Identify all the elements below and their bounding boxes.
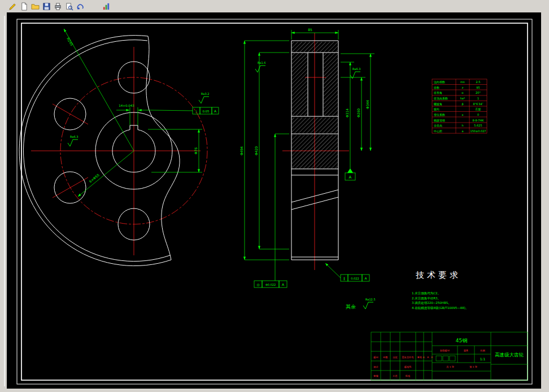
tech-req-item: 2.未注圆角半径R3。 [412,297,441,300]
drawing-canvas[interactable]: R245 14+0.043 ⊥ 0.05 A Φ76 [7,12,541,389]
param-cell: 8°6′34″ [473,102,483,106]
param-cell: 95 [476,86,480,89]
param-cell: 变位系数 [434,113,445,117]
save-icon[interactable] [41,1,52,12]
param-cell: 齿数 [434,86,439,89]
role-label: 审核 [373,374,378,377]
rev-header: 年、月、日 [423,356,433,359]
cad-drawing: R245 14+0.043 ⊥ 0.05 A Φ76 [7,12,541,389]
undo-icon[interactable] [75,1,86,12]
datum-label: A [349,175,352,180]
tolerance-value: Φ0.022 [265,283,276,286]
scale-value: 1:1 [480,357,486,361]
role-label: 设计 [373,365,378,368]
param-cell: 5.625 [474,124,482,127]
param-cell: 150±0.027 [470,129,486,133]
param-cell: 2.5 [476,80,481,84]
param-cell: 8-8-7HK [472,119,484,122]
roughness-label: Ra1.6 [258,61,265,64]
dim-label: Φ314 [345,108,349,117]
dim-label: Φ344 [365,100,369,109]
tolerance-value: 0.05 [202,110,210,113]
param-cell: a [461,129,463,133]
tech-req-item: 4.齿轮精度等级8级(GB/T10095—88)。 [412,306,468,310]
param-cell: 20° [476,91,481,94]
tolerance-symbol: ∥ [343,276,345,281]
param-cell: ha* [460,97,465,100]
tolerance-symbol: ◎ [256,282,259,286]
panel-edge [4,16,5,386]
param-cell: 全齿高 [434,124,442,127]
dim-label: Φ260 [356,108,360,117]
rev-header: 处数 [383,356,388,359]
roughness-label: Ra6.3 [352,67,360,71]
param-cell: 左旋 [476,107,481,111]
roughness-label: Ra6.3 [70,135,78,138]
param-cell: 齿顶高系数 [434,97,448,100]
param-cell: mn [460,80,465,84]
draw-icon[interactable] [7,1,18,12]
sheet-no: 第 1 张 [469,365,478,368]
other-roughness-value: Ra12.5 [365,298,376,301]
dim-label: Φ420 [254,146,258,155]
tech-req-item: 3.调质处理220~250HBS。 [412,301,451,305]
param-cell: 螺旋角 [434,102,442,106]
param-cell: 精度等级 [434,119,445,123]
param-cell: 齿形角 [434,91,442,94]
rev-header: 签名 [417,356,422,359]
rev-header: 更改文件号 [402,356,415,359]
dim-label: 14+0.043 [119,104,134,107]
material-value: 45钢 [456,338,467,343]
dim-label: Φ494 [239,146,243,155]
part-name: 高速级大齿轮 [495,352,524,358]
roughness-label: Ra3.2 [201,92,209,95]
preview-icon[interactable] [64,1,75,12]
param-cell: 旋向 [433,107,439,111]
tolerance-symbol: ⊥ [195,109,198,113]
tolerance-value: 0.022 [351,277,359,280]
param-cell: 0 [477,113,479,116]
dim-label: Φ76 [194,147,198,155]
open-folder-icon[interactable] [30,1,41,12]
rev-header: 分区 [393,356,398,359]
plot-icon[interactable] [101,1,112,12]
param-cell: 1 [477,97,479,100]
weight-label: 重量 [464,349,468,352]
param-cell: z [462,86,464,89]
param-cell: β [461,102,463,106]
param-cell: h [461,124,463,127]
role-label: 工艺 [392,374,398,377]
toolbar [0,0,549,12]
new-file-icon[interactable] [19,1,29,12]
sheet-total: 共 1 张 [446,365,455,368]
param-cell: 法向模数 [434,80,445,84]
param-cell: x [462,113,464,116]
tech-req-title: 技术要求 [416,270,461,280]
tech-req-item: 1.未注倒角均为C2。 [412,291,441,295]
param-cell: 中心距 [434,129,442,133]
other-roughness-label: 其余 [346,304,356,310]
dim-label: 85 [308,28,312,32]
role-label: 批准 [405,374,411,377]
app-window: R245 14+0.043 ⊥ 0.05 A Φ76 [0,0,549,392]
print-icon[interactable] [53,1,63,12]
